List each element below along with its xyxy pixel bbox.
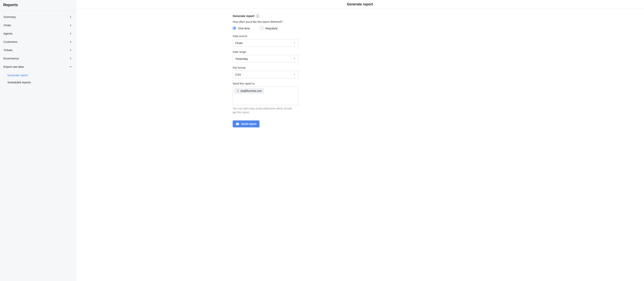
- select-file-format[interactable]: CSV: [233, 71, 298, 78]
- sidebar-item-label: Ecommerce: [4, 57, 19, 60]
- chevron-right-icon: [69, 16, 72, 18]
- field-label: Date range: [233, 50, 298, 54]
- main-header: Generate report: [76, 0, 644, 9]
- sidebar-subitem-generate-report[interactable]: Generate report: [0, 72, 76, 79]
- field-data-source: Data source Chats: [233, 34, 298, 46]
- chevron-right-icon: [69, 24, 72, 27]
- button-label: Send report: [241, 122, 256, 126]
- recipients-input[interactable]: ola@livechat.com: [233, 87, 298, 105]
- field-label: Send this report to: [233, 82, 298, 85]
- sidebar-item-ecommerce[interactable]: Ecommerce: [0, 54, 76, 62]
- radio-label: Regularly: [266, 27, 278, 30]
- sidebar-item-label: Agents: [4, 32, 12, 35]
- chevron-right-icon: [69, 49, 72, 52]
- content: Generate report i How often you'd like t…: [76, 9, 644, 281]
- field-recipients: Send this report to ola@livechat.com You…: [233, 82, 298, 114]
- sidebar-item-customers[interactable]: Customers: [0, 38, 76, 46]
- sidebar-subitem-label: Generate report: [7, 74, 28, 77]
- sidebar: Reports Summary Chats Agents: [0, 0, 76, 281]
- frequency-question: How often you'd like this report deliver…: [233, 20, 298, 23]
- sidebar-item-label: Customers: [4, 40, 18, 44]
- actions: Send report: [233, 120, 298, 128]
- chevron-right-icon: [69, 40, 72, 44]
- caret-down-icon: [293, 73, 296, 76]
- sidebar-subitem-scheduled-reports[interactable]: Scheduled reports: [0, 79, 76, 86]
- sidebar-subitem-label: Scheduled reports: [7, 81, 31, 84]
- remove-token-icon[interactable]: [236, 90, 239, 92]
- sidebar-nav: Summary Chats Agents Customers: [0, 11, 76, 89]
- sidebar-item-label: Chats: [4, 24, 11, 27]
- sidebar-title: Reports: [0, 0, 76, 10]
- chevron-right-icon: [69, 57, 72, 60]
- field-date-range: Date range Yesterday: [233, 50, 298, 62]
- sidebar-subnav-export: Generate report Scheduled reports: [0, 71, 76, 87]
- main: Generate report Generate report i How of…: [76, 0, 644, 281]
- page-title: Generate report: [347, 2, 373, 6]
- envelope-icon: [236, 122, 239, 126]
- caret-down-icon: [293, 42, 296, 44]
- radio-button-icon: [233, 26, 236, 30]
- frequency-radio-group: One-time Regularly: [233, 26, 298, 30]
- info-icon[interactable]: i: [256, 14, 259, 18]
- sidebar-item-agents[interactable]: Agents: [0, 29, 76, 38]
- chevron-right-icon: [69, 32, 72, 35]
- field-file-format: File format CSV: [233, 66, 298, 78]
- email-token-label: ola@livechat.com: [240, 89, 262, 92]
- field-label: File format: [233, 66, 298, 69]
- radio-one-time[interactable]: One-time: [233, 26, 250, 30]
- caret-down-icon: [293, 57, 296, 60]
- generate-report-form: Generate report i How often you'd like t…: [233, 14, 298, 128]
- select-value: Yesterday: [235, 57, 248, 60]
- radio-regularly[interactable]: Regularly: [260, 26, 278, 30]
- select-data-source[interactable]: Chats: [233, 39, 298, 46]
- chevron-down-icon: [69, 65, 72, 68]
- section-title: Generate report: [233, 14, 254, 18]
- select-date-range[interactable]: Yesterday: [233, 55, 298, 62]
- section-header: Generate report i: [233, 14, 298, 18]
- sidebar-item-label: Export raw data: [4, 65, 24, 68]
- select-value: Chats: [235, 41, 243, 44]
- sidebar-item-tickets[interactable]: Tickets: [0, 46, 76, 54]
- field-label: Data source: [233, 34, 298, 38]
- select-value: CSV: [235, 73, 241, 76]
- sidebar-item-label: Tickets: [4, 48, 12, 52]
- email-token: ola@livechat.com: [234, 88, 264, 94]
- recipients-hint: You can add many email addresses which s…: [233, 107, 294, 114]
- sidebar-item-label: Summary: [4, 15, 16, 18]
- send-report-button[interactable]: Send report: [233, 120, 260, 128]
- radio-button-icon: [260, 26, 264, 30]
- sidebar-item-summary[interactable]: Summary: [0, 13, 76, 21]
- radio-label: One-time: [238, 27, 250, 30]
- sidebar-item-export-raw-data[interactable]: Export raw data: [0, 62, 76, 71]
- sidebar-item-chats[interactable]: Chats: [0, 21, 76, 29]
